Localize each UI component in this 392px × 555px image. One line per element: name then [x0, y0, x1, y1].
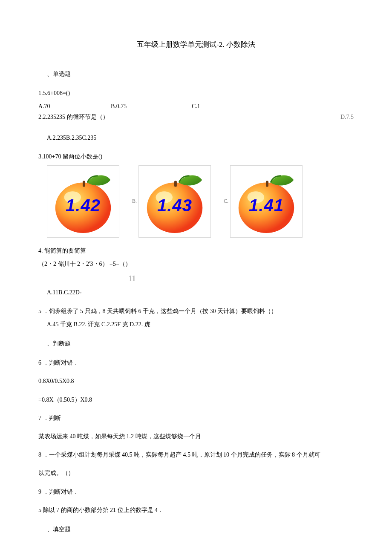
- q1-opt-c: C.1: [192, 101, 268, 112]
- q3-opt-c-wrap: C.: [224, 165, 303, 238]
- q5-options: A.45 千克 B.22. 讦克 C.2.25F 克 D.22. 虎: [47, 319, 354, 330]
- peach-value-c: 1.41: [249, 190, 284, 220]
- peach-value-b: 1.43: [157, 190, 192, 220]
- q3-label-c: C.: [224, 197, 228, 206]
- q8-line2: 以完成。（）: [38, 468, 354, 478]
- q3-opt-b-wrap: B.: [132, 165, 211, 238]
- q8-line1: 8 ．一个采煤小组计划每月采煤 40.5 吨，实际每月超产 4.5 吨，原计划 …: [38, 449, 354, 460]
- section-true-false: 、判断题: [47, 338, 354, 349]
- q6-line1: 6 ．判断对错．: [38, 357, 354, 368]
- q4-gray-number: 11: [124, 272, 141, 285]
- peach-value-a: 1.42: [66, 190, 101, 220]
- svg-rect-2: [83, 181, 85, 187]
- q1-opt-d: D.7.5: [340, 112, 354, 122]
- q9-line1: 9 ．判断对错．: [38, 486, 354, 497]
- page-title: 五年级上册数学单元测试-2. 小数除法: [38, 38, 354, 52]
- peach-image-b: 1.43: [138, 165, 211, 238]
- q7-line2: 某农场运来 40 吨煤，如果每天烧 1.2 吨煤，这些煤够烧一个月: [38, 431, 354, 442]
- q2-stem: 2.2.235235 的循环节是（）: [38, 112, 109, 122]
- q5-stem: 5 ．饲养组养了 5 只鸡，8 天共喂饲料 6 千克，这些鸡一个月（按 30 天…: [38, 306, 354, 316]
- q1-options-row: A.70 B.0.75 C.1: [38, 101, 354, 112]
- q3-stem: 3.100+70 留两位小数是(): [38, 151, 354, 162]
- q6-line3: =0.8X（0.50.5）X0.8: [38, 394, 354, 405]
- svg-rect-5: [174, 181, 177, 187]
- q4-options: A.11B.C.22D-: [47, 287, 354, 298]
- q3-label-b: B.: [132, 197, 137, 206]
- q4-line1: 4. 能简算的要简算: [38, 245, 354, 256]
- q6-line2: 0.8X0/0.5X0.8: [38, 376, 354, 386]
- q3-opt-a-wrap: 1.42: [47, 165, 119, 238]
- q1-opt-a: A.70: [38, 101, 111, 112]
- section-fill-blank: 、填空题: [47, 524, 354, 535]
- q3-images-row: 1.42 B.: [47, 165, 354, 238]
- q1-opt-b: B.0.75: [111, 101, 192, 112]
- section-multiple-choice: 、单选题: [47, 69, 354, 79]
- peach-image-a: 1.42: [47, 165, 119, 238]
- q9-line2: 5 除以 7 的商的小数部分第 21 位上的数字是 4．: [38, 505, 354, 515]
- q2-options: A.2.235B.2.35C.235: [47, 132, 354, 143]
- peach-image-c: 1.41: [230, 165, 303, 238]
- q2-row: 2.2.235235 的循环节是（） D.7.5: [38, 112, 354, 122]
- q7-line1: 7 ．判断: [38, 413, 354, 423]
- q4-line2: （2・2 储川十 2・2'3・6） =5=（）: [38, 259, 354, 269]
- q1-stem: 1.5.6+008=(): [38, 88, 354, 98]
- svg-rect-8: [266, 181, 268, 187]
